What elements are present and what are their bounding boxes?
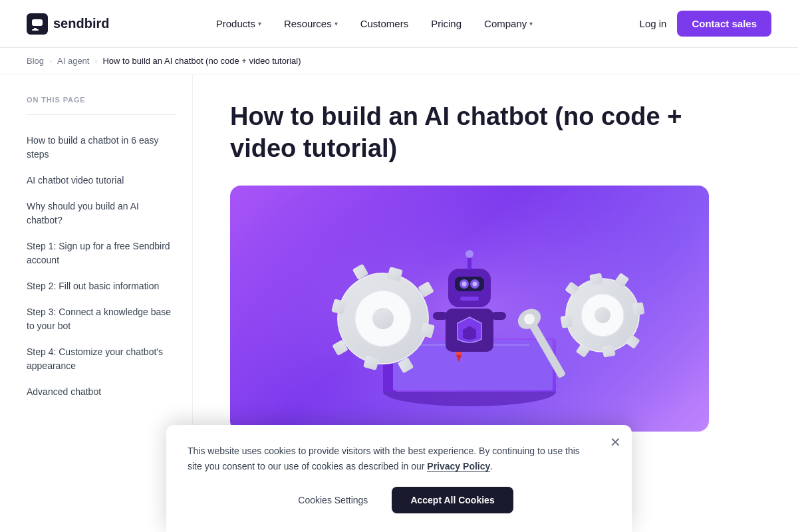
nav-customers[interactable]: Customers (351, 13, 418, 35)
login-button[interactable]: Log in (640, 18, 667, 29)
breadcrumb-sep-1: › (49, 57, 52, 66)
logo-text: sendbird (53, 16, 109, 31)
sidebar: ON THIS PAGE How to build a chatbot in 6… (0, 74, 193, 531)
logo[interactable]: sendbird (27, 13, 109, 35)
cookie-banner: ✕ This website uses cookies to provide v… (166, 425, 632, 532)
sidebar-item-3[interactable]: Step 1: Sign up for a free Sendbird acco… (27, 234, 176, 273)
nav-pricing[interactable]: Pricing (422, 13, 471, 35)
sidebar-item-6[interactable]: Step 4: Customize your chatbot's appeara… (27, 340, 176, 378)
hero-image (230, 186, 709, 432)
nav-links: Products ▾ Resources ▾ Customers Pricing… (207, 13, 543, 35)
svg-rect-1 (32, 19, 43, 26)
contact-sales-button[interactable]: Contact sales (677, 11, 771, 37)
breadcrumb-blog[interactable]: Blog (27, 56, 44, 66)
privacy-policy-link[interactable]: Privacy Policy (427, 461, 490, 472)
sidebar-item-1[interactable]: AI chatbot video tutorial (27, 168, 176, 193)
nav-resources[interactable]: Resources ▾ (275, 13, 347, 35)
svg-point-46 (466, 250, 473, 258)
cookie-actions: Cookies Settings Accept All Cookies (188, 487, 610, 513)
chevron-down-icon: ▾ (334, 20, 338, 27)
svg-rect-27 (602, 345, 616, 358)
breadcrumb-ai-agent[interactable]: AI agent (57, 56, 89, 66)
svg-rect-28 (560, 315, 573, 329)
cookie-accept-button[interactable]: Accept All Cookies (392, 487, 513, 513)
breadcrumb: Blog › AI agent › How to build an AI cha… (0, 48, 798, 74)
sidebar-item-4[interactable]: Step 2: Fill out basic information (27, 274, 176, 299)
sidebar-item-7[interactable]: Advanced chatbot (27, 380, 176, 404)
logo-icon (27, 13, 48, 35)
cookie-close-button[interactable]: ✕ (610, 436, 621, 449)
svg-rect-47 (433, 312, 448, 320)
navbar: sendbird Products ▾ Resources ▾ Customer… (0, 0, 798, 48)
svg-point-42 (462, 282, 467, 287)
svg-rect-26 (589, 273, 603, 285)
nav-company[interactable]: Company ▾ (475, 13, 542, 35)
sidebar-item-5[interactable]: Step 3: Connect a knowledge base to your… (27, 300, 176, 338)
sidebar-heading: ON THIS PAGE (27, 96, 176, 104)
chevron-down-icon: ▾ (529, 20, 533, 27)
sidebar-item-0[interactable]: How to build a chatbot in 6 easy steps (27, 128, 176, 167)
article-title: How to build an AI chatbot (no code + vi… (230, 101, 709, 164)
nav-actions: Log in Contact sales (640, 11, 771, 37)
sidebar-item-2[interactable]: Why should you build an AI chatbot? (27, 194, 176, 233)
breadcrumb-sep-2: › (94, 57, 97, 66)
svg-rect-39 (455, 277, 484, 291)
hero-illustration (230, 186, 709, 432)
nav-products[interactable]: Products ▾ (207, 13, 271, 35)
svg-rect-3 (32, 29, 39, 31)
svg-point-43 (473, 282, 477, 287)
svg-rect-44 (460, 297, 479, 301)
sidebar-divider (27, 114, 176, 115)
svg-rect-48 (491, 312, 506, 320)
chevron-down-icon: ▾ (258, 20, 261, 27)
svg-rect-29 (632, 302, 645, 316)
cookie-text: This website uses cookies to provide vis… (188, 444, 587, 473)
breadcrumb-current: How to build an AI chatbot (no code + vi… (102, 56, 301, 66)
cookie-settings-button[interactable]: Cookies Settings (285, 488, 381, 512)
